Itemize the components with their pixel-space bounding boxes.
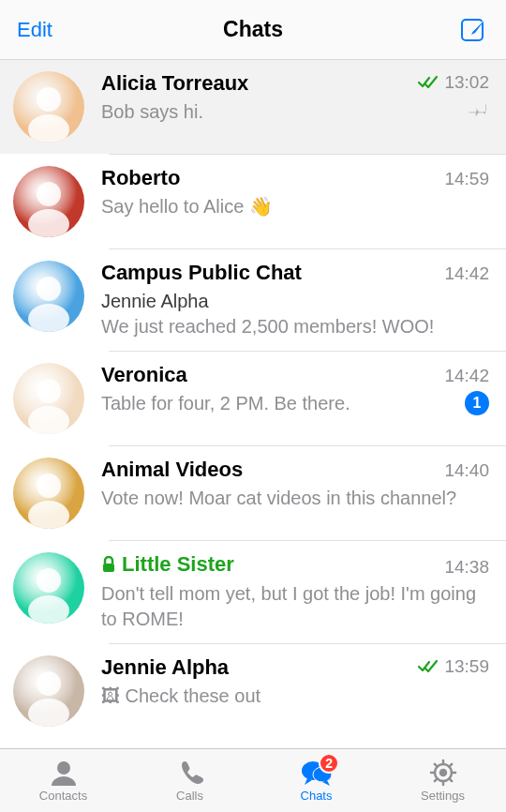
chat-item[interactable]: Alicia Torreaux 13:02 Bob says hi. xyxy=(0,60,506,154)
chat-content: Veronica 14:42 Table for four, 2 PM. Be … xyxy=(101,363,489,434)
chat-preview: Don't tell mom yet, but I got the job! I… xyxy=(101,583,476,629)
chat-preview: Bob says hi. xyxy=(101,101,203,122)
svg-line-33 xyxy=(434,764,437,767)
chat-content: Little Sister 14:38 Don't tell mom yet, … xyxy=(101,552,489,632)
svg-point-8 xyxy=(37,277,61,301)
tab-label: Contacts xyxy=(39,789,87,803)
chat-time: 14:42 xyxy=(444,366,489,386)
avatar xyxy=(13,363,84,434)
avatar xyxy=(13,655,84,727)
edit-button[interactable]: Edit xyxy=(17,18,52,42)
tab-settings[interactable]: Settings xyxy=(380,749,506,812)
svg-point-27 xyxy=(440,770,446,775)
chat-list[interactable]: Alicia Torreaux 13:02 Bob says hi. Rober… xyxy=(0,60,506,748)
chat-content: Jennie Alpha 13:59 🖼 Check these out xyxy=(101,655,489,727)
chat-item[interactable]: Campus Public Chat 14:42 Jennie AlphaWe … xyxy=(0,249,506,351)
pin-icon xyxy=(469,99,489,120)
chat-time: 13:59 xyxy=(444,656,489,677)
settings-icon xyxy=(427,759,459,787)
chat-name: Jennie Alpha xyxy=(101,655,229,680)
chat-time: 14:59 xyxy=(444,169,489,189)
tab-chats[interactable]: Chats 2 xyxy=(253,749,380,812)
tab-badge: 2 xyxy=(319,753,339,774)
chat-item[interactable]: Little Sister 14:38 Don't tell mom yet, … xyxy=(0,541,506,643)
chat-content: Animal Videos 14:40 Vote now! Moar cat v… xyxy=(101,458,489,529)
page-title: Chats xyxy=(0,17,506,42)
svg-line-29 xyxy=(449,778,452,781)
calls-icon xyxy=(174,759,206,787)
avatar xyxy=(13,261,84,332)
svg-line-35 xyxy=(449,764,452,767)
chat-item[interactable]: Jennie Alpha 13:59 🖼 Check these out xyxy=(0,644,506,738)
tab-bar: Contacts Calls Chats 2 Settings xyxy=(0,748,506,812)
svg-point-11 xyxy=(37,379,61,403)
tab-label: Calls xyxy=(176,789,203,803)
tab-contacts[interactable]: Contacts xyxy=(0,749,126,812)
chat-preview: Table for four, 2 PM. Be there. xyxy=(101,393,350,414)
svg-point-21 xyxy=(37,671,61,696)
chat-time: 14:38 xyxy=(444,557,489,578)
chat-item[interactable]: Veronica 14:42 Table for four, 2 PM. Be … xyxy=(0,352,506,445)
chat-content: Roberto 14:59 Say hello to Alice 👋 xyxy=(101,166,489,237)
lock-icon xyxy=(101,556,116,573)
header-bar: Edit Chats xyxy=(0,0,506,60)
chat-name: Roberto xyxy=(101,166,180,190)
chat-item[interactable]: Animal Videos 14:40 Vote now! Moar cat v… xyxy=(0,446,506,540)
chat-preview: Vote now! Moar cat videos in this channe… xyxy=(101,488,456,508)
svg-rect-0 xyxy=(462,20,483,40)
avatar xyxy=(13,552,84,624)
tab-calls[interactable]: Calls xyxy=(126,749,253,812)
avatar xyxy=(13,166,84,237)
chat-name: Veronica xyxy=(101,363,187,387)
chat-name: Little Sister xyxy=(122,552,234,577)
compose-button[interactable] xyxy=(459,15,489,45)
svg-rect-19 xyxy=(103,564,114,572)
tab-label: Chats xyxy=(301,789,333,803)
svg-point-5 xyxy=(37,182,61,206)
chat-item[interactable]: Roberto 14:59 Say hello to Alice 👋 xyxy=(0,155,506,248)
chat-time: 14:42 xyxy=(444,263,489,284)
avatar xyxy=(13,458,84,529)
svg-point-17 xyxy=(37,568,61,593)
chat-preview: Say hello to Alice 👋 xyxy=(101,196,273,217)
avatar xyxy=(13,71,84,143)
chat-preview: 🖼 Check these out xyxy=(101,685,260,706)
compose-icon xyxy=(459,15,489,45)
chat-name: Alicia Torreaux xyxy=(101,71,248,96)
chat-time: 14:40 xyxy=(444,460,489,481)
read-checks-icon xyxy=(418,75,439,90)
chat-name: Campus Public Chat xyxy=(101,261,302,285)
chat-name: Animal Videos xyxy=(101,458,243,482)
chat-content: Campus Public Chat 14:42 Jennie AlphaWe … xyxy=(101,261,489,339)
read-checks-icon xyxy=(418,659,439,674)
unread-badge: 1 xyxy=(465,391,489,415)
svg-point-23 xyxy=(57,761,70,774)
chat-content: Alicia Torreaux 13:02 Bob says hi. xyxy=(101,71,489,143)
chat-preview: We just reached 2,500 members! WOO! xyxy=(101,316,434,337)
contacts-icon xyxy=(48,759,80,787)
chat-time: 13:02 xyxy=(444,72,489,93)
tab-label: Settings xyxy=(421,789,465,803)
svg-point-14 xyxy=(37,474,61,498)
svg-point-2 xyxy=(37,87,61,112)
chat-sender: Jennie Alpha xyxy=(101,289,480,314)
svg-line-31 xyxy=(434,778,437,781)
